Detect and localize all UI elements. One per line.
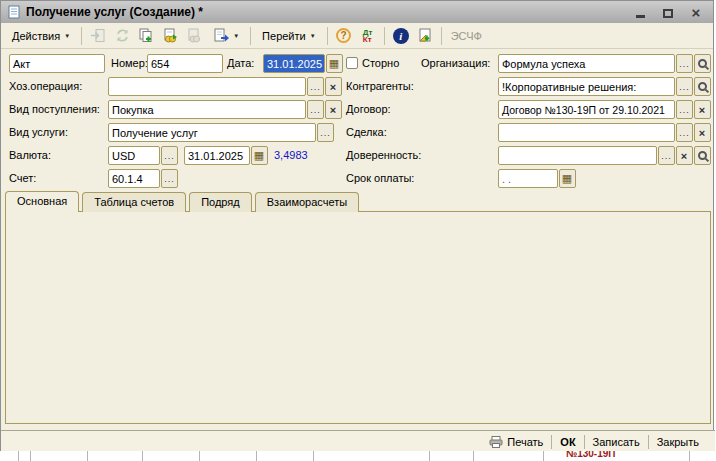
- calendar-icon: ▦: [254, 149, 265, 162]
- date-field[interactable]: 31.01.2025 ▦: [263, 54, 343, 73]
- contract-field[interactable]: Договор №130-19П от 29.10.2021 ... ×: [498, 100, 711, 119]
- counterparty-value[interactable]: !Корпоративные решения:: [498, 77, 675, 96]
- magnifier-button[interactable]: [694, 77, 711, 96]
- currency-label: Валюта:: [9, 149, 51, 161]
- magnifier-icon: [698, 59, 707, 68]
- grid-divider: [199, 451, 200, 461]
- output-menu-button[interactable]: ▼: [206, 24, 246, 47]
- currency-value[interactable]: USD: [108, 146, 160, 165]
- ellipsis-button[interactable]: ...: [161, 146, 178, 165]
- grid-divider: [429, 451, 430, 461]
- grid-divider: [87, 451, 88, 461]
- toolbar-separator: [327, 27, 328, 45]
- counterparty-label: Контрагенты:: [346, 80, 414, 92]
- maximize-button[interactable]: [661, 5, 675, 19]
- close-window-button[interactable]: Закрыть: [649, 434, 707, 450]
- grid-divider: [543, 451, 544, 461]
- ellipsis-button[interactable]: ...: [676, 123, 693, 142]
- ellipsis-button[interactable]: ...: [676, 54, 693, 73]
- goto-label: Перейти: [262, 30, 306, 42]
- due-date-value[interactable]: . .: [498, 169, 558, 188]
- rate-date-value[interactable]: 31.01.2025: [184, 146, 250, 165]
- service-type-value[interactable]: Получение услуг: [108, 123, 316, 142]
- calendar-button[interactable]: ▦: [251, 146, 268, 165]
- organization-value[interactable]: Формула успеха: [498, 54, 675, 73]
- help-icon: ?: [336, 28, 351, 43]
- dt-kt-icon: ДтКт: [363, 29, 373, 43]
- print-button[interactable]: Печать: [481, 434, 551, 450]
- counterparty-field[interactable]: !Корпоративные решения: ...: [498, 77, 711, 96]
- calendar-button[interactable]: ▦: [559, 169, 576, 188]
- proxy-field[interactable]: ... ×: [498, 146, 711, 165]
- clear-button[interactable]: ×: [325, 77, 342, 96]
- calendar-icon: ▦: [329, 57, 340, 70]
- currency-field[interactable]: USD ...: [108, 146, 178, 165]
- receipt-type-value[interactable]: Покупка: [108, 100, 306, 119]
- number-field[interactable]: 654: [147, 54, 223, 73]
- tab-panel: [5, 211, 711, 424]
- minimize-icon: [636, 15, 645, 18]
- tab-vzaimoraschety[interactable]: Взаиморасчеты: [255, 192, 359, 212]
- magnifier-icon: [698, 82, 707, 91]
- receipt-type-field[interactable]: Покупка ... ×: [108, 100, 342, 119]
- deal-label: Сделка:: [346, 126, 387, 138]
- date-value[interactable]: 31.01.2025: [263, 54, 325, 73]
- grid-divider: [142, 451, 143, 461]
- structure-report-button[interactable]: [413, 25, 437, 47]
- organization-label: Организация:: [421, 57, 490, 69]
- close-button[interactable]: ×: [689, 5, 703, 19]
- deal-field[interactable]: ... ×: [498, 123, 711, 142]
- doc-kind-value[interactable]: Акт: [9, 54, 105, 73]
- toolbar-separator: [441, 27, 442, 45]
- due-date-field[interactable]: . . ▦: [498, 169, 576, 188]
- calendar-button[interactable]: ▦: [326, 54, 343, 73]
- ellipsis-button[interactable]: ...: [307, 77, 324, 96]
- clear-button[interactable]: ×: [676, 146, 693, 165]
- ellipsis-button[interactable]: ...: [658, 146, 675, 165]
- dt-kt-postings-button[interactable]: ДтКт: [356, 25, 380, 47]
- help-button[interactable]: ?: [332, 25, 356, 47]
- grid-divider: [18, 451, 19, 461]
- contract-value[interactable]: Договор №130-19П от 29.10.2021: [498, 100, 675, 119]
- business-op-field[interactable]: ... ×: [108, 77, 342, 96]
- tab-osnovnaya[interactable]: Основная: [5, 191, 79, 212]
- actions-menu-button[interactable]: Действия ▼: [5, 26, 77, 46]
- ellipsis-button[interactable]: ...: [317, 123, 334, 142]
- ellipsis-button[interactable]: ...: [676, 77, 693, 96]
- clear-button[interactable]: ×: [694, 100, 711, 119]
- grid-divider: [473, 451, 474, 461]
- ellipsis-button[interactable]: ...: [676, 100, 693, 119]
- dropdown-arrow-icon: ▼: [310, 33, 316, 39]
- titlebar[interactable]: Получение услуг (Создание) * ×: [1, 1, 713, 23]
- account-field[interactable]: 60.1.4 ...: [108, 169, 178, 188]
- magnifier-button[interactable]: [694, 54, 711, 73]
- business-op-value[interactable]: [108, 77, 306, 96]
- goto-menu-button[interactable]: Перейти ▼: [255, 26, 323, 46]
- account-value[interactable]: 60.1.4: [108, 169, 160, 188]
- business-op-label: Хоз.операция:: [9, 80, 82, 92]
- rate-date-field[interactable]: 31.01.2025 ▦: [184, 146, 268, 165]
- service-type-field[interactable]: Получение услуг ...: [108, 123, 334, 142]
- ellipsis-button[interactable]: ...: [307, 100, 324, 119]
- deal-value[interactable]: [498, 123, 675, 142]
- tab-podryad[interactable]: Подряд: [189, 192, 252, 212]
- proxy-value[interactable]: [498, 146, 657, 165]
- clear-button[interactable]: ×: [325, 100, 342, 119]
- clear-button[interactable]: ×: [694, 123, 711, 142]
- doc-kind-field[interactable]: Акт: [9, 54, 105, 73]
- post-document-button[interactable]: [158, 25, 182, 47]
- proxy-label: Доверенность:: [346, 149, 421, 161]
- organization-field[interactable]: Формула успеха ...: [498, 54, 711, 73]
- info-button[interactable]: i: [389, 25, 413, 47]
- copy-document-button[interactable]: [134, 25, 158, 47]
- ellipsis-button[interactable]: ...: [161, 169, 178, 188]
- save-button[interactable]: Записать: [585, 434, 648, 450]
- grid-divider: [256, 451, 257, 461]
- tab-tablica-schetov[interactable]: Таблица счетов: [82, 192, 186, 212]
- dropdown-arrow-icon: ▼: [64, 33, 70, 39]
- minimize-button[interactable]: [633, 5, 647, 19]
- magnifier-button[interactable]: [694, 146, 711, 165]
- storno-checkbox[interactable]: [346, 57, 358, 69]
- ok-button[interactable]: ОК: [552, 434, 583, 450]
- number-value[interactable]: 654: [147, 54, 223, 73]
